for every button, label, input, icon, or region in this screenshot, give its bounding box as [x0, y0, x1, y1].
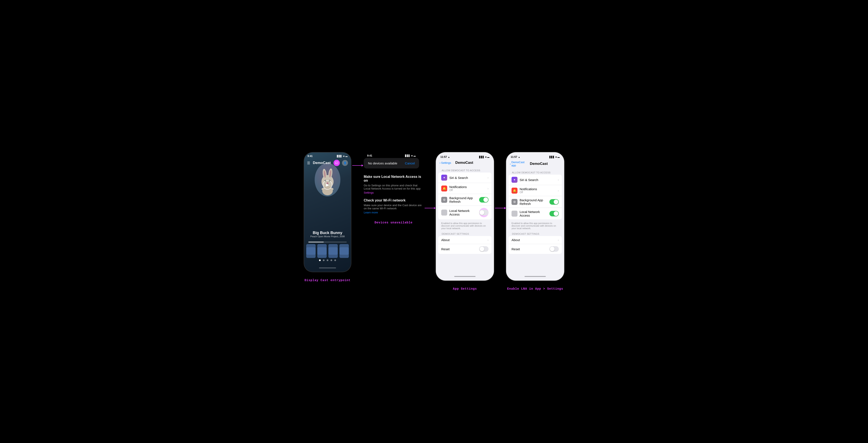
notif-row-4[interactable]: 🔔 Notifications Off ›: [508, 185, 562, 196]
settings-phone-4: 11:57 ▲ ▋▋▋ ≋ ▬ ‹ DemoCast app DemoCast: [506, 153, 564, 280]
notif-right-4: ›: [558, 189, 559, 192]
lna-right-4: [550, 211, 559, 216]
trouble-desc-1: Go to Settings on this phone and check t…: [364, 184, 423, 190]
reset-toggle-4[interactable]: [550, 246, 559, 252]
arrow-line-1: [352, 165, 362, 166]
battery-3: ▬: [487, 156, 489, 158]
reset-toggle-3[interactable]: [479, 246, 489, 252]
app-title: DemoCast: [313, 161, 331, 165]
siri-search-row-3[interactable]: ✦ Siri & Search ›: [438, 172, 492, 183]
siri-content-3: Siri & Search: [450, 176, 488, 180]
dot-4: [331, 259, 332, 261]
siri-right-3: ›: [488, 176, 489, 179]
refresh-content-3: Background App Refresh: [450, 196, 479, 203]
lna-row-3[interactable]: Local Network Access: [438, 206, 492, 219]
reset-toggle-knob-4: [550, 247, 555, 251]
status-bar-dark: 9:41 ▋▋▋ ≋ ▬: [304, 153, 351, 158]
refresh-toggle-3[interactable]: [479, 197, 489, 202]
reset-right-4: [550, 246, 559, 252]
about-label-3: About: [441, 238, 488, 242]
lna-description-4: Enabled to allow this app permission to …: [508, 221, 562, 231]
home-bar: [319, 267, 336, 268]
refresh-icon-3: ⚙: [441, 197, 447, 203]
settings-link[interactable]: Settings: [364, 191, 423, 194]
dot-1: [319, 259, 321, 261]
progress-bg: [308, 242, 347, 242]
about-row-4[interactable]: About ›: [508, 236, 562, 244]
reset-content-4: Reset: [512, 247, 550, 251]
back-button-4[interactable]: ‹ DemoCast app: [510, 161, 530, 167]
caption-1: Display Cast entrypoint: [305, 279, 350, 282]
arrow-head-3: [504, 207, 506, 209]
notif-sublabel-4: Off: [520, 191, 558, 194]
thumb-6[interactable]: [317, 247, 327, 258]
lna-label-3: Local Network Access: [450, 209, 479, 216]
about-row-3[interactable]: About ›: [438, 236, 492, 244]
movie-title: Big Buck Bunny: [304, 231, 351, 235]
thumb-7[interactable]: [329, 247, 338, 258]
caption-2: Devices unavailable: [375, 221, 413, 224]
settings-status-icons-4: ▋▋▋ ≋ ▬: [550, 156, 560, 158]
notif-chevron-3: ›: [488, 187, 489, 190]
location-icon-3: ▲: [448, 156, 450, 158]
siri-icon-4: ✦: [512, 177, 518, 183]
lna-toggle-4[interactable]: [550, 211, 559, 216]
bg-refresh-row-3[interactable]: ⚙ Background App Refresh: [438, 194, 492, 206]
bg-refresh-row-4[interactable]: ⚙ Background App Refresh: [508, 196, 562, 208]
avatar[interactable]: 👤: [342, 160, 348, 166]
arrow-line-3: [495, 208, 505, 208]
bunny-svg: [313, 163, 342, 197]
thumb-8[interactable]: [339, 247, 349, 258]
notif-icon-4: 🔔: [512, 188, 518, 194]
refresh-toggle-4[interactable]: [550, 199, 559, 205]
settings-phone-3-wrapper: 11:57 ▲ ▋▋▋ ≋ ▬ ‹ Settings DemoCast: [436, 153, 494, 280]
notif-row-3[interactable]: 🔔 Notifications Off ›: [438, 183, 492, 194]
home-indicator-3: [436, 274, 494, 280]
refresh-content-4: Background App Refresh: [520, 198, 550, 205]
learn-more-link[interactable]: Learn more: [364, 211, 423, 214]
app-top-bar: ☰ DemoCast 👤: [304, 158, 351, 167]
popup-wifi-icon: ≋: [411, 155, 413, 157]
siri-chevron-3: ›: [488, 176, 489, 179]
thumbnail-row-2: [306, 247, 349, 258]
home-indicator-4: [506, 274, 564, 280]
cast-button[interactable]: [334, 160, 340, 166]
reset-label-3: Reset: [441, 247, 479, 251]
column-3: 11:57 ▲ ▋▋▋ ≋ ▬ ‹ Settings DemoCast: [436, 153, 494, 290]
refresh-icon-4: ⚙: [512, 199, 518, 205]
about-right-3: ›: [488, 238, 489, 242]
column-4: 11:57 ▲ ▋▋▋ ≋ ▬ ‹ DemoCast app DemoCast: [506, 153, 564, 290]
nav-title-3: DemoCast: [455, 161, 473, 165]
siri-search-row-4[interactable]: ✦ Siri & Search ›: [508, 175, 562, 185]
settings-status-icons-3: ▋▋▋ ≋ ▬: [479, 156, 489, 158]
siri-content-4: Siri & Search: [520, 178, 558, 182]
battery-icon: ▬: [345, 155, 347, 157]
notif-icon-3: 🔔: [441, 186, 447, 191]
wifi-4: ≋: [555, 156, 557, 158]
location-icon-4: ▲: [518, 156, 520, 158]
section-header-2-4: DEMOCAST SETTINGS: [508, 231, 562, 236]
progress-bar[interactable]: [308, 242, 347, 242]
lna-description-3: Enabled to allow this app permission to …: [438, 221, 492, 231]
back-button-3[interactable]: ‹ Settings: [439, 161, 451, 164]
lna-toggle-knob-3: [479, 210, 484, 215]
nav-title-4: DemoCast: [530, 162, 548, 166]
siri-label-4: Siri & Search: [520, 178, 558, 182]
siri-right-4: ›: [558, 178, 559, 182]
home-bar-4: [525, 276, 546, 277]
dot-3: [327, 259, 329, 261]
devices-unavail-area: 9:41 ▋▋▋ ≋ ▬ No devices available Cancel…: [364, 153, 423, 214]
menu-icon[interactable]: ☰: [307, 161, 310, 165]
battery-4: ▬: [558, 156, 560, 158]
lna-toggle-3[interactable]: [479, 210, 489, 215]
thumb-5[interactable]: [306, 247, 316, 258]
troubleshoot-card: Make sure Local Network Access is on Go …: [364, 175, 423, 214]
cancel-button[interactable]: Cancel: [405, 161, 415, 165]
signal-4: ▋▋▋: [550, 156, 555, 158]
reset-row-3[interactable]: Reset: [438, 244, 492, 254]
caption-4: Enable LNA in App > Settings: [507, 287, 563, 290]
play-button[interactable]: ▶: [323, 180, 332, 190]
lna-row-4[interactable]: Local Network Access: [508, 208, 562, 219]
reset-row-4[interactable]: Reset: [508, 244, 562, 254]
reset-right-3: [479, 246, 489, 252]
